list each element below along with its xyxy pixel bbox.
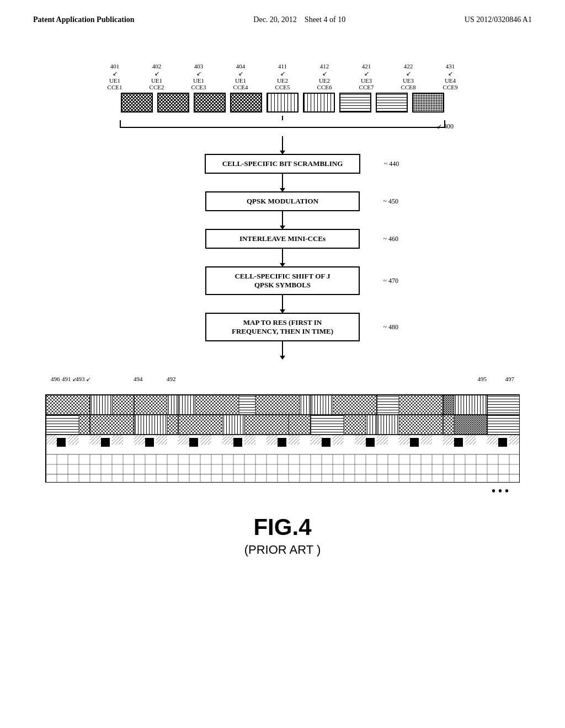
svg-rect-25 bbox=[79, 415, 134, 435]
cce-box-404 bbox=[230, 93, 262, 113]
svg-rect-32 bbox=[344, 415, 366, 435]
svg-rect-33 bbox=[366, 415, 399, 435]
svg-rect-58 bbox=[487, 435, 498, 445]
svg-rect-34 bbox=[399, 415, 454, 435]
svg-rect-29 bbox=[244, 415, 289, 435]
resource-grid bbox=[45, 394, 520, 483]
cce-label-412: 412 ↙ UE2 CCE6 bbox=[306, 63, 343, 90]
cce-label-422: 422 ↙ UE3 CCE8 bbox=[390, 63, 427, 90]
fig-title: FIG.4 bbox=[244, 514, 321, 540]
svg-rect-31 bbox=[311, 415, 344, 435]
header-patent-num: US 2012/0320846 A1 bbox=[465, 15, 532, 24]
svg-rect-65 bbox=[278, 438, 286, 447]
flow-diagram: CELL-SPECIFIC BIT SCRAMBLING ~ 440 QPSK … bbox=[205, 136, 361, 341]
svg-rect-46 bbox=[222, 435, 233, 445]
header-publication: Patent Application Publication bbox=[33, 15, 135, 24]
cce-box-421 bbox=[339, 93, 371, 113]
arrow-to-440 bbox=[282, 136, 283, 151]
svg-rect-43 bbox=[156, 435, 167, 445]
figure-caption: FIG.4 (PRIOR ART ) bbox=[244, 514, 321, 557]
arrow-to-450 bbox=[282, 174, 283, 188]
svg-rect-30 bbox=[289, 415, 311, 435]
svg-rect-67 bbox=[366, 438, 375, 447]
svg-rect-48 bbox=[266, 435, 278, 445]
svg-rect-18 bbox=[333, 395, 377, 415]
svg-rect-12 bbox=[112, 395, 167, 415]
svg-rect-68 bbox=[410, 438, 419, 447]
ref-470: ~ 470 bbox=[383, 277, 398, 285]
svg-rect-51 bbox=[333, 435, 344, 445]
svg-rect-15 bbox=[239, 395, 255, 415]
svg-rect-45 bbox=[200, 435, 211, 445]
cce-label-431: 431 ↙ UE4 CCE9 bbox=[431, 63, 469, 90]
arrow-to-480 bbox=[282, 295, 283, 309]
grid-diagram: 496 491 ↙ 493 ↙ 494 492 495 497 bbox=[45, 376, 520, 497]
continuation-dots: • • • bbox=[45, 485, 520, 497]
svg-rect-44 bbox=[178, 435, 189, 445]
ref-460: ~ 460 bbox=[383, 235, 398, 243]
svg-rect-10 bbox=[46, 395, 90, 415]
brace-400 bbox=[95, 113, 470, 128]
svg-rect-49 bbox=[289, 435, 300, 445]
ref-480: ~ 480 bbox=[383, 323, 398, 331]
cce-box-401 bbox=[121, 93, 153, 113]
svg-rect-20 bbox=[399, 395, 443, 415]
ref-491-label: 491 ↙ bbox=[62, 376, 77, 382]
ref-496-label: 496 bbox=[51, 376, 60, 382]
svg-rect-42 bbox=[134, 435, 145, 445]
svg-rect-21 bbox=[443, 395, 454, 415]
ref-497-label: 497 bbox=[505, 376, 515, 382]
cce-box-411 bbox=[266, 93, 299, 113]
cce-label-402: 402 ↙ UE1 CCE2 bbox=[138, 63, 175, 90]
svg-rect-41 bbox=[112, 435, 123, 445]
svg-rect-52 bbox=[355, 435, 366, 445]
cce-box-422 bbox=[376, 93, 408, 113]
svg-rect-70 bbox=[498, 438, 507, 447]
flow-box-480: MAP TO RES (FIRST IN FREQUENCY, THEN IN … bbox=[205, 313, 360, 341]
svg-rect-14 bbox=[195, 395, 239, 415]
svg-rect-50 bbox=[311, 435, 322, 445]
svg-rect-66 bbox=[322, 438, 331, 447]
ref-450: ~ 450 bbox=[383, 197, 398, 206]
svg-rect-35 bbox=[454, 415, 487, 435]
flow-box-440: CELL-SPECIFIC BIT SCRAMBLING bbox=[205, 154, 361, 174]
flow-step-480: MAP TO RES (FIRST IN FREQUENCY, THEN IN … bbox=[205, 313, 360, 341]
fig-subtitle: (PRIOR ART ) bbox=[244, 543, 321, 557]
svg-rect-24 bbox=[46, 415, 79, 435]
svg-rect-117 bbox=[46, 474, 520, 483]
svg-rect-59 bbox=[509, 435, 520, 445]
flow-box-450: QPSK MODULATION bbox=[205, 191, 360, 211]
svg-rect-39 bbox=[68, 435, 79, 445]
svg-rect-22 bbox=[454, 395, 487, 415]
svg-rect-56 bbox=[443, 435, 454, 445]
svg-rect-40 bbox=[90, 435, 101, 445]
svg-rect-19 bbox=[377, 395, 399, 415]
ref-493-label: 493 ↙ bbox=[76, 376, 90, 382]
cce-label-421: 421 ↙ UE3 CCE7 bbox=[348, 63, 385, 90]
svg-rect-60 bbox=[57, 438, 66, 447]
header-date-sheet: Dec. 20, 2012 Sheet 4 of 10 bbox=[253, 15, 345, 24]
svg-rect-54 bbox=[399, 435, 410, 445]
ref-495-label: 495 bbox=[478, 376, 487, 382]
cce-box-403 bbox=[194, 93, 226, 113]
svg-rect-62 bbox=[145, 438, 154, 447]
svg-rect-61 bbox=[101, 438, 110, 447]
svg-rect-55 bbox=[421, 435, 432, 445]
svg-rect-13 bbox=[167, 395, 195, 415]
cce-boxes-row bbox=[121, 93, 444, 113]
cce-box-412 bbox=[303, 93, 335, 113]
svg-rect-11 bbox=[90, 395, 112, 415]
svg-rect-69 bbox=[454, 438, 463, 447]
ref-440: ~ 440 bbox=[384, 160, 399, 168]
svg-rect-53 bbox=[377, 435, 388, 445]
flow-step-470: CELL-SPECIFIC SHIFT OF J QPSK SYMBOLS ~ … bbox=[205, 266, 360, 295]
svg-rect-57 bbox=[465, 435, 476, 445]
ref-492-label: 492 bbox=[167, 376, 176, 382]
cce-label-404: 404 ↙ UE1 CCE4 bbox=[222, 63, 259, 90]
cce-label-411: 411 ↙ UE2 CCE5 bbox=[264, 63, 301, 90]
cce-diagram: 401 ↙ UE1 CCE1 402 ↙ UE1 CCE2 403 ↙ UE1 … bbox=[95, 63, 470, 131]
ref-494-label: 494 bbox=[134, 376, 143, 382]
svg-rect-64 bbox=[233, 438, 242, 447]
svg-rect-17 bbox=[300, 395, 333, 415]
header-sheet: Sheet 4 of 10 bbox=[305, 15, 345, 24]
